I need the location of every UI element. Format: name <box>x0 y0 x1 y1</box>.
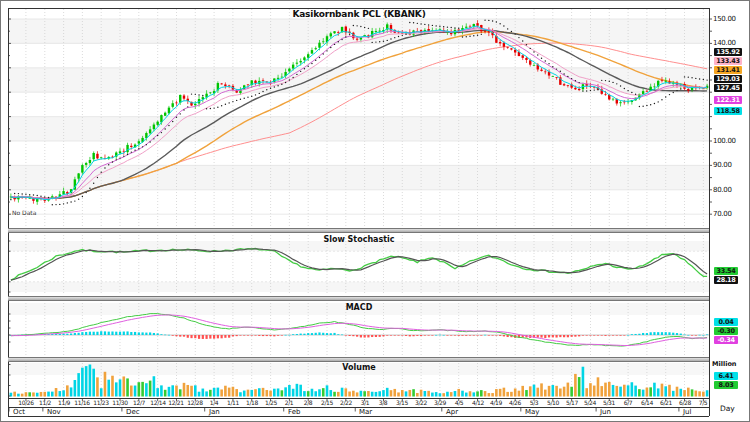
x-axis-month-label: May <box>525 408 539 416</box>
x-axis-month-label: Mar <box>359 408 372 416</box>
price-axis-label: 140.00 <box>713 39 736 47</box>
price-axis-label: 150.00 <box>713 15 736 23</box>
price-badge: 135.92 <box>714 48 742 56</box>
price-badge: 131.41 <box>714 66 742 74</box>
panel-splitter[interactable] <box>8 228 709 233</box>
volume-badge: 8.03 <box>714 381 738 389</box>
price-axis-label: 80.00 <box>713 186 732 194</box>
panel-splitter[interactable] <box>8 296 709 301</box>
price-badge: 122.31 <box>714 96 742 104</box>
x-axis-month-label: Jun <box>600 408 611 416</box>
stochastic-badge: 33.54 <box>714 267 738 275</box>
macd-badge: -0.34 <box>714 336 738 344</box>
x-axis-month-label: Jul <box>683 408 691 416</box>
price-badge: 129.03 <box>714 75 742 83</box>
x-axis-week-label: 7/5 <box>692 399 714 406</box>
period-label[interactable]: Day <box>720 404 735 413</box>
macd-badge: -0.30 <box>714 327 738 335</box>
x-axis-month-label: Feb <box>288 408 300 416</box>
price-axis-label: 90.00 <box>713 161 732 169</box>
price-axis-label: 100.00 <box>713 137 736 145</box>
price-chart-area[interactable] <box>9 9 709 228</box>
volume-panel-title: Volume <box>9 363 709 372</box>
panel-splitter[interactable] <box>8 357 709 362</box>
x-axis-month-label: Apr <box>446 408 458 416</box>
x-axis-month-label: Oct <box>13 408 25 416</box>
x-axis-month-label: Nov <box>47 408 61 416</box>
chart-title: Kasikornbank PCL (KBANK) <box>9 9 709 19</box>
volume-unit-label: Million <box>712 360 736 368</box>
x-axis-month-label: Dec <box>126 408 140 416</box>
no-data-label: No Data <box>12 209 36 216</box>
price-badge: 118.58 <box>714 107 742 115</box>
stochastic-badge: 28.18 <box>714 276 738 284</box>
stochastic-panel-title: Slow Stochastic <box>9 235 709 244</box>
macd-panel-title: MACD <box>9 303 709 312</box>
price-axis-label: 70.00 <box>713 210 732 218</box>
chart-window: Kasikornbank PCL (KBANK) Slow Stochastic… <box>0 0 750 422</box>
price-badge: 127.45 <box>714 84 742 92</box>
x-axis-month-label: Jan <box>209 408 220 416</box>
macd-badge: 0.04 <box>714 318 738 326</box>
volume-badge: 6.41 <box>714 372 738 380</box>
price-badge: 133.43 <box>714 57 742 65</box>
